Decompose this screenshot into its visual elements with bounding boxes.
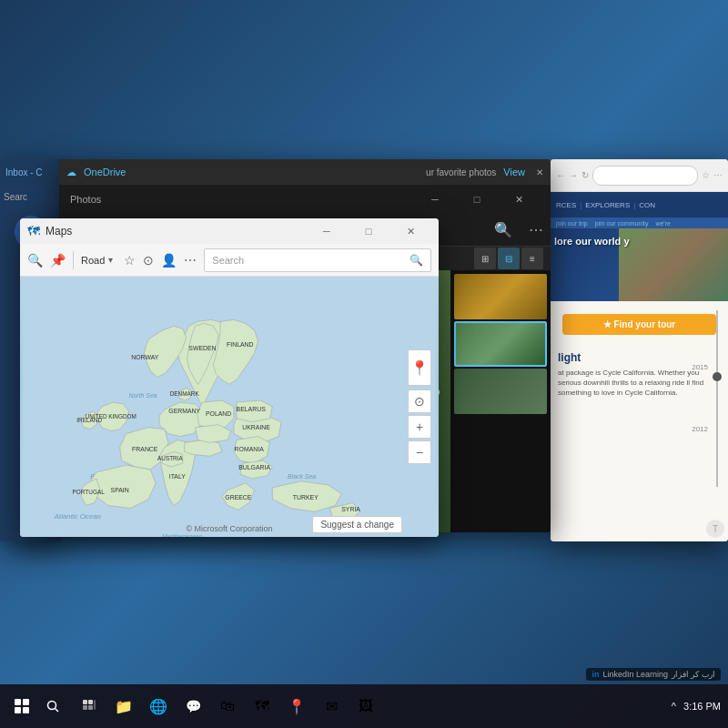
taskbar-mail-icon[interactable]: ✉ (315, 690, 348, 723)
svg-text:AUSTRIA: AUSTRIA (157, 455, 183, 461)
medium-grid-icon[interactable]: ⊟ (498, 248, 520, 269)
highlight-section: light at package is Cycle California. Wh… (551, 348, 728, 402)
close-button[interactable]: ✕ (498, 185, 540, 214)
sub-nav-community[interactable]: join our community (595, 220, 649, 227)
browser-bar: ← → ↻ ☆ ⋯ (551, 159, 728, 192)
taskbar-store-icon[interactable]: 🛍 (211, 690, 244, 723)
onedrive-label: OneDrive (84, 167, 126, 177)
taskbar-maps-icon[interactable]: 🗺 (246, 690, 278, 723)
start-button[interactable] (7, 692, 36, 721)
windows-logo-icon (15, 699, 29, 713)
outlook-search-text[interactable]: Searc (4, 192, 27, 202)
taskbar-explorer-icon[interactable]: 📁 (107, 690, 140, 723)
window-controls: ─ □ ✕ (414, 185, 540, 214)
thumb-2[interactable] (454, 321, 547, 367)
star-icon[interactable]: ☆ (702, 170, 710, 180)
svg-text:SPAIN: SPAIN (111, 487, 129, 493)
maps-close[interactable]: ✕ (389, 218, 431, 246)
timeline-handle[interactable] (713, 372, 722, 381)
photos-menu-icon[interactable]: ⋯ (529, 221, 543, 238)
maps-app-icon: 🗺 (27, 224, 40, 238)
address-bar[interactable] (592, 166, 698, 186)
find-tour-button[interactable]: ★ Find your tour (562, 314, 715, 335)
view-button[interactable]: View (503, 167, 525, 177)
sub-nav: join our trip join our community we're (551, 217, 728, 228)
svg-text:GREECE: GREECE (225, 494, 252, 500)
thumb-3[interactable] (454, 369, 547, 414)
settings-icon[interactable]: ⋯ (713, 170, 723, 180)
cta-area: ★ Find your tour (551, 301, 728, 348)
minimize-button[interactable]: ─ (414, 185, 456, 214)
travel-content: RCES | EXPLORERS | CON join our trip joi… (551, 192, 728, 541)
maps-minimize[interactable]: ─ (306, 218, 348, 246)
maps-pin-icon[interactable]: 📌 (50, 253, 66, 268)
svg-rect-35 (88, 700, 93, 704)
browser-nav-icon[interactable]: ← (556, 170, 565, 180)
thumbnail-strip (450, 270, 551, 532)
taskbar-teams-icon[interactable]: 💬 (177, 690, 209, 723)
maps-search-icon[interactable]: 🔍 (27, 253, 43, 268)
taskbar-photos-icon[interactable]: 🖼 (349, 690, 382, 723)
browser-refresh-icon[interactable]: ↻ (581, 170, 589, 180)
taskbar-taskview-icon[interactable] (73, 690, 106, 723)
taskbar-time[interactable]: 3:16 PM (683, 701, 721, 712)
svg-text:ITALY: ITALY (169, 473, 187, 480)
svg-rect-37 (88, 705, 93, 710)
svg-text:POLAND: POLAND (206, 410, 231, 417)
map-area[interactable]: Atlantic Ocean North Sea Mediterranean S… (20, 277, 439, 537)
svg-text:UKRAINE: UKRAINE (242, 424, 270, 430)
hero-text-area: lore our world y (554, 236, 630, 247)
svg-text:DENMARK: DENMARK (170, 390, 200, 397)
nav-connect[interactable]: CON (639, 201, 655, 209)
svg-text:FINLAND: FINLAND (227, 341, 254, 348)
nav-sep1: | (580, 201, 581, 209)
maps-window-controls: ─ □ ✕ (306, 218, 431, 246)
arabic-text: ارب کر افزار (672, 670, 715, 679)
timeline[interactable]: 2015 2012 (710, 310, 724, 487)
svg-text:ROMANIA: ROMANIA (235, 446, 265, 452)
outlook-title: Inbox - C (5, 167, 43, 177)
thumb-1[interactable] (454, 274, 547, 319)
find-tour-label: Find your tour (613, 319, 675, 329)
taskbar-location-icon[interactable]: 📍 (280, 690, 313, 723)
search-icon (46, 700, 59, 713)
map-location-icon[interactable]: ⊙ (408, 389, 431, 413)
maps-search-input[interactable]: Search 🔍 (204, 248, 431, 272)
maximize-button[interactable]: □ (456, 185, 498, 214)
svg-text:Black Sea: Black Sea (288, 473, 316, 480)
sub-nav-were[interactable]: we're (655, 220, 671, 227)
photos-search-icon[interactable]: 🔍 (492, 219, 514, 241)
svg-text:SWEDEN: SWEDEN (188, 345, 216, 351)
linkedin-watermark: in LinkedIn Learning ارب کر افزار (586, 668, 721, 681)
search-placeholder: Search (212, 255, 244, 266)
nav-resources[interactable]: RCES (556, 201, 576, 209)
nav-explorers[interactable]: EXPLORERS (585, 201, 630, 209)
year-2015: 2015 (692, 363, 708, 371)
maps-footer-text: © Microsoft Corporation (186, 524, 272, 533)
divider (73, 251, 74, 269)
site-logo: T (706, 520, 724, 538)
road-toggle[interactable]: Road ▾ (81, 255, 113, 266)
maps-favorite-icon[interactable]: ☆ (124, 253, 136, 268)
grid-view-icon[interactable]: ⊞ (474, 248, 496, 269)
maps-window: 🗺 Maps ─ □ ✕ 🔍 📌 Road ▾ ☆ ⊙ 👤 ⋯ Search (20, 218, 439, 537)
close-onedrive-icon[interactable]: ✕ (536, 167, 543, 177)
map-zoom-out-button[interactable]: − (408, 440, 431, 464)
map-zoom-in-button[interactable]: + (408, 415, 431, 439)
map-pin-control[interactable]: 📍 (408, 349, 431, 386)
svg-text:North Sea: North Sea (129, 392, 157, 399)
linkedin-label: LinkedIn Learning (602, 670, 668, 679)
browser-forward-icon[interactable]: → (569, 170, 578, 180)
maps-maximize[interactable]: □ (348, 218, 389, 246)
maps-more-icon[interactable]: ⋯ (184, 253, 197, 268)
maps-3d-icon[interactable]: ⊙ (143, 253, 154, 268)
photos-app-title: Photos (70, 194, 101, 205)
sub-nav-trip[interactable]: join our trip (556, 220, 588, 227)
maps-person-icon[interactable]: 👤 (161, 253, 177, 268)
taskbar-edge-icon[interactable]: 🌐 (142, 690, 175, 723)
svg-line-33 (56, 709, 59, 713)
suggest-change-button[interactable]: Suggest a change (312, 516, 402, 533)
onedrive-bar: ☁ OneDrive ur favorite photos View ✕ (59, 159, 551, 185)
list-view-icon[interactable]: ≡ (521, 248, 543, 269)
taskbar-search-button[interactable] (40, 693, 66, 719)
